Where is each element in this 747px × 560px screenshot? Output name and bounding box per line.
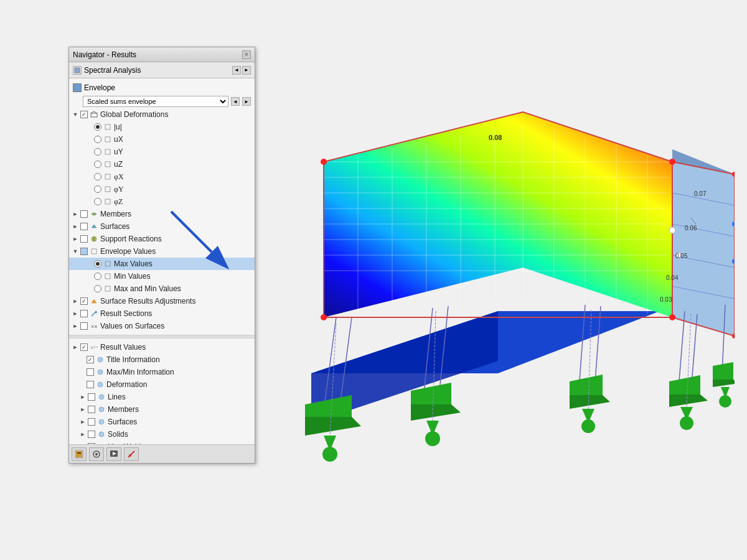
radio-max-min-values[interactable] bbox=[94, 285, 101, 292]
svg-point-67 bbox=[321, 314, 327, 320]
nav-prev-button[interactable]: ◄ bbox=[232, 66, 241, 75]
label-uy: uY bbox=[114, 147, 123, 156]
nav-next-button[interactable]: ► bbox=[242, 66, 251, 75]
expand-arrow-result-values: ► bbox=[72, 343, 79, 351]
tree-item-ux[interactable]: uX bbox=[69, 133, 255, 146]
tree-item-result-values[interactable]: ► ×ˣˣ Result Values bbox=[69, 341, 255, 353]
svg-rect-107 bbox=[105, 286, 110, 291]
checkbox-result-values[interactable] bbox=[80, 343, 88, 351]
tree-item-maxmin-information[interactable]: Max/Min Information bbox=[69, 366, 255, 378]
radio-uy[interactable] bbox=[94, 148, 101, 156]
svg-point-45 bbox=[425, 431, 440, 446]
tree-item-lines[interactable]: ► Lines bbox=[69, 391, 255, 403]
tree-item-max-min-values[interactable]: Max and Min Values bbox=[69, 282, 255, 295]
tree-item-members[interactable]: ► Members bbox=[69, 208, 255, 220]
tree-item-envelope-values[interactable]: ▼ Envelope Values bbox=[69, 245, 255, 258]
label-result-values: Result Values bbox=[100, 343, 146, 352]
checkbox-surfaces2[interactable] bbox=[88, 418, 95, 426]
icon-ux bbox=[103, 135, 112, 144]
tree-item-members2[interactable]: ► Members bbox=[69, 403, 255, 416]
spectral-analysis-label: Spectral Analysis bbox=[84, 66, 141, 75]
radio-min-values[interactable] bbox=[94, 273, 101, 280]
radio-phiz[interactable] bbox=[94, 198, 101, 205]
checkbox-deformation[interactable] bbox=[87, 381, 94, 388]
tree-item-u-abs[interactable]: |u| bbox=[69, 121, 255, 133]
checkbox-title-information[interactable] bbox=[87, 356, 94, 363]
dropdown-prev-button[interactable]: ◄ bbox=[231, 97, 240, 106]
icon-max-min-values bbox=[103, 284, 112, 293]
label-solids: Solids bbox=[108, 430, 128, 439]
tree-item-uy[interactable]: uY bbox=[69, 146, 255, 158]
tree-item-deformation[interactable]: Deformation bbox=[69, 378, 255, 391]
icon-surfaces2 bbox=[97, 418, 106, 426]
tree-item-min-values[interactable]: Min Values bbox=[69, 270, 255, 282]
radio-ux[interactable] bbox=[94, 136, 101, 143]
label-uz: uZ bbox=[114, 160, 123, 169]
svg-rect-100 bbox=[105, 187, 110, 192]
tree-item-support-reactions[interactable]: ► Support Reactions bbox=[69, 233, 255, 245]
svg-point-113 bbox=[98, 370, 103, 375]
svg-point-62 bbox=[719, 395, 731, 408]
expand-arrow-surfaces2: ► bbox=[79, 418, 87, 426]
checkbox-surface-results-adj[interactable] bbox=[80, 297, 88, 305]
tree-item-surfaces[interactable]: ► Surfaces bbox=[69, 220, 255, 233]
envelope-dropdown[interactable]: Scaled sums envelope SRSS envelope Compl… bbox=[83, 96, 228, 107]
toolbar-btn-filter[interactable] bbox=[72, 447, 87, 461]
panel-close-button[interactable]: × bbox=[242, 50, 251, 59]
checkbox-surfaces[interactable] bbox=[80, 223, 88, 230]
icon-surfaces bbox=[90, 222, 98, 231]
icon-u-abs bbox=[103, 123, 112, 131]
svg-rect-91 bbox=[74, 85, 80, 91]
tree-item-phiz[interactable]: φZ bbox=[69, 195, 255, 208]
label-surfaces: Surfaces bbox=[100, 222, 129, 231]
icon-support-reactions bbox=[90, 235, 98, 243]
svg-point-129 bbox=[129, 454, 131, 457]
expand-arrow-lines: ► bbox=[79, 393, 87, 401]
radio-phix[interactable] bbox=[94, 173, 101, 180]
tree-item-surfaces2[interactable]: ► Surfaces bbox=[69, 416, 255, 428]
label-result-sections: Result Sections bbox=[100, 309, 152, 318]
panel-toolbar bbox=[69, 444, 255, 463]
radio-max-values[interactable] bbox=[94, 260, 101, 268]
tree-item-uz[interactable]: uZ bbox=[69, 158, 255, 170]
checkbox-members[interactable] bbox=[80, 210, 88, 218]
expand-arrow-values-on-surfaces: ► bbox=[72, 322, 79, 330]
svg-marker-2 bbox=[324, 112, 672, 317]
svg-point-125 bbox=[95, 453, 98, 455]
icon-phiy bbox=[103, 185, 112, 194]
checkbox-values-on-surfaces[interactable] bbox=[80, 322, 88, 330]
radio-phiy[interactable] bbox=[94, 185, 101, 193]
envelope-checkbox[interactable] bbox=[73, 83, 82, 92]
tree-item-result-sections[interactable]: ► Result Sections bbox=[69, 307, 255, 320]
spectral-analysis-row[interactable]: Spectral Analysis ◄ ► bbox=[69, 62, 255, 78]
checkbox-global-def[interactable] bbox=[80, 111, 88, 118]
dropdown-next-button[interactable]: ► bbox=[242, 97, 251, 106]
toolbar-btn-view[interactable] bbox=[89, 447, 104, 461]
svg-point-70 bbox=[669, 314, 675, 320]
tree-item-surface-results-adj[interactable]: ► Surface Results Adjustments bbox=[69, 295, 255, 307]
checkbox-solids[interactable] bbox=[88, 431, 95, 438]
tree-item-phix[interactable]: φX bbox=[69, 170, 255, 183]
envelope-row[interactable]: Envelope bbox=[69, 81, 255, 95]
radio-u-abs[interactable] bbox=[94, 123, 101, 131]
checkbox-support-reactions[interactable] bbox=[80, 235, 88, 243]
checkbox-envelope-values[interactable] bbox=[80, 248, 88, 255]
checkbox-members2[interactable] bbox=[88, 406, 95, 413]
tree-item-solids[interactable]: ► Solids bbox=[69, 428, 255, 441]
label-phix: φX bbox=[114, 172, 124, 182]
radio-uz[interactable] bbox=[94, 161, 101, 168]
label-max-min-values: Max and Min Values bbox=[114, 284, 181, 293]
icon-uz bbox=[103, 160, 112, 169]
tree-item-global-deformations[interactable]: ▼ Global Deformations bbox=[69, 108, 255, 121]
tree-item-title-information[interactable]: Title Information bbox=[69, 353, 255, 366]
toolbar-btn-chart[interactable] bbox=[124, 447, 139, 461]
checkbox-maxmin-information[interactable] bbox=[87, 368, 94, 376]
checkbox-result-sections[interactable] bbox=[80, 310, 88, 317]
tree-item-phiy[interactable]: φY bbox=[69, 183, 255, 195]
tree-item-max-values[interactable]: Max Values bbox=[69, 258, 255, 270]
checkbox-lines[interactable] bbox=[88, 393, 95, 401]
toolbar-btn-animate[interactable] bbox=[106, 447, 121, 461]
svg-text:0.08: 0.08 bbox=[489, 134, 502, 141]
tree-item-values-on-surfaces[interactable]: ► ×× Values on Surfaces bbox=[69, 320, 255, 332]
label-phiy: φY bbox=[114, 185, 124, 194]
